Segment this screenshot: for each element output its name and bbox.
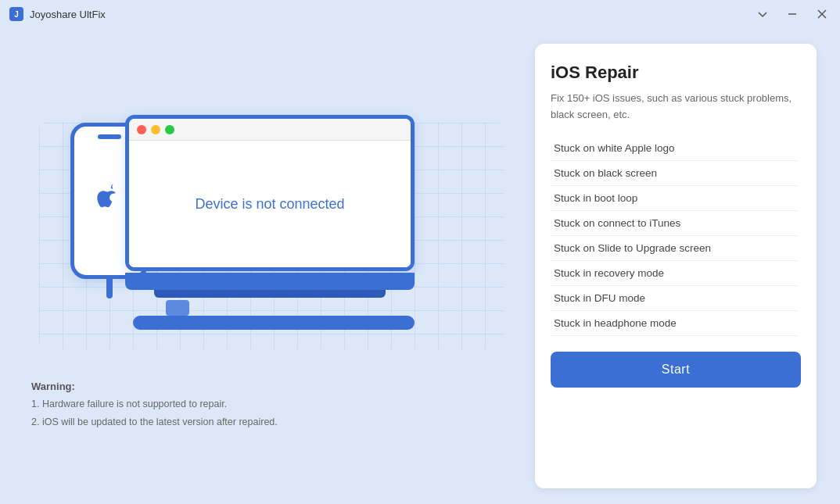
dot-yellow	[151, 125, 160, 134]
dot-green	[165, 125, 174, 134]
laptop-foot	[154, 290, 386, 298]
issue-item: Stuck in boot loop	[551, 186, 798, 211]
chevron-down-icon[interactable]	[754, 7, 771, 21]
laptop-screen: Device is not connected	[125, 115, 415, 271]
main-content: Device is not connected Warning: 1. Hard…	[0, 28, 840, 504]
app-logo: J	[9, 7, 23, 21]
issue-item: Stuck on connect to iTunes	[551, 211, 798, 236]
ios-repair-title: iOS Repair	[551, 63, 801, 83]
dot-red	[137, 125, 146, 134]
start-button[interactable]: Start	[551, 352, 801, 388]
issue-item: Stuck in the data recovery process	[551, 336, 798, 339]
usb-base	[133, 316, 415, 330]
logo-letter: J	[14, 10, 19, 19]
app-title: Joyoshare UltFix	[30, 9, 106, 20]
right-panel: iOS Repair Fix 150+ iOS issues, such as …	[535, 44, 817, 488]
issues-list[interactable]: Stuck on white Apple logoStuck on black …	[551, 136, 801, 339]
laptop-illustration: Device is not connected	[125, 115, 415, 302]
window-controls	[754, 0, 831, 28]
titlebar: J Joyoshare UltFix	[0, 0, 840, 28]
issue-item: Stuck in recovery mode	[551, 261, 798, 286]
minimize-button[interactable]	[784, 7, 801, 21]
warning-item-2: 2. iOS will be updated to the latest ver…	[31, 415, 512, 430]
issue-item: Stuck on black screen	[551, 161, 798, 186]
laptop-base	[125, 273, 415, 290]
apple-icon	[94, 182, 125, 220]
close-button[interactable]	[813, 7, 831, 21]
laptop-content: Device is not connected	[129, 141, 411, 267]
issues-list-wrapper: Stuck on white Apple logoStuck on black …	[551, 136, 801, 339]
warning-section: Warning: 1. Hardware failure is not supp…	[23, 381, 519, 433]
device-status-text: Device is not connected	[195, 196, 344, 213]
left-panel: Device is not connected Warning: 1. Hard…	[23, 44, 519, 488]
laptop-topbar	[129, 119, 411, 141]
issue-item: Stuck on Slide to Upgrade screen	[551, 236, 798, 261]
illustration-area: Device is not connected	[23, 99, 519, 365]
warning-title: Warning:	[31, 381, 512, 392]
warning-item-1: 1. Hardware failure is not supported to …	[31, 397, 512, 412]
usb-connector	[166, 300, 189, 316]
issue-item: Stuck on white Apple logo	[551, 136, 798, 161]
ios-repair-description: Fix 150+ iOS issues, such as various stu…	[551, 91, 801, 123]
phone-cable	[106, 275, 113, 298]
issue-item: Stuck in headphone mode	[551, 311, 798, 336]
issue-item: Stuck in DFU mode	[551, 286, 798, 311]
